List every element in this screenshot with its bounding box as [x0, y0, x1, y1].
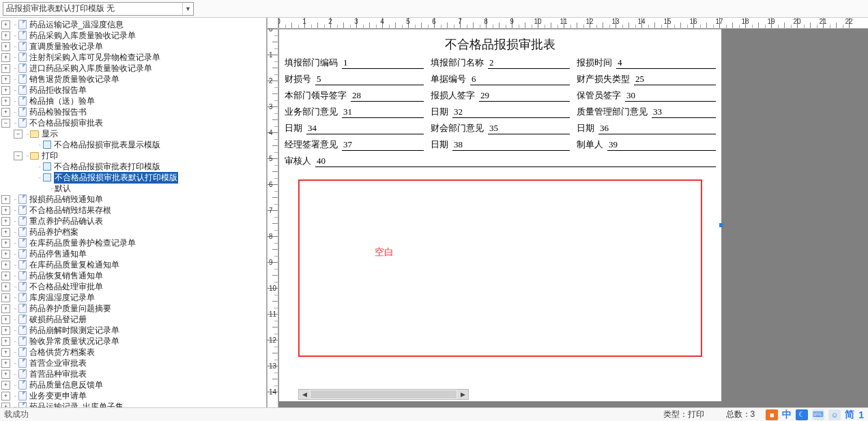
form-field[interactable]: 审核人40: [285, 155, 716, 167]
form-field[interactable]: 日期34: [285, 122, 424, 134]
collapse-icon[interactable]: −: [1, 119, 10, 128]
tree-item[interactable]: ··默认: [0, 183, 266, 194]
expand-icon[interactable]: +: [1, 108, 10, 117]
form-field[interactable]: 财产损失类型25: [577, 73, 716, 85]
expand-icon[interactable]: +: [1, 370, 10, 379]
tree-item[interactable]: +··不合格品销毁结果存根: [0, 205, 266, 216]
keyboard-icon[interactable]: ⌨: [812, 409, 824, 420]
form-field[interactable]: 财损号5: [285, 73, 424, 85]
tree-item[interactable]: +··报损药品销毁通知单: [0, 194, 266, 205]
tree-item[interactable]: +··药品质量信息反馈单: [0, 379, 266, 390]
field-value[interactable]: 40: [315, 156, 716, 167]
scroll-left-icon[interactable]: ◀: [299, 390, 310, 399]
field-value[interactable]: 35: [488, 123, 570, 134]
field-value[interactable]: 4: [616, 57, 716, 69]
field-value[interactable]: 31: [342, 106, 424, 118]
field-value[interactable]: 33: [652, 106, 716, 118]
expand-icon[interactable]: +: [1, 20, 10, 29]
ime-icon[interactable]: ■: [766, 409, 778, 420]
form-field[interactable]: 日期32: [431, 106, 570, 118]
expand-icon[interactable]: +: [1, 64, 10, 73]
tree-item[interactable]: +··首营企业审批表: [0, 358, 266, 368]
tree-item[interactable]: +··注射剂采购入库可见异物检查记录单: [0, 52, 266, 63]
moon-icon[interactable]: ☾: [796, 409, 808, 420]
field-value[interactable]: 5: [315, 74, 424, 85]
tree-item[interactable]: +··直调质量验收记录单: [0, 41, 266, 52]
designer-surface[interactable]: 012345678910111213141516171819202122 012…: [267, 18, 868, 407]
tree-item[interactable]: +··药品运输记录_温湿度信息: [0, 19, 266, 30]
tree-item[interactable]: +··库房温湿度记录单: [0, 292, 266, 303]
form-field[interactable]: 财会部门意见35: [431, 122, 570, 134]
form-field[interactable]: 保管员签字30: [577, 89, 716, 102]
tree-item[interactable]: +··药品养护档案: [0, 227, 266, 237]
field-value[interactable]: 6: [470, 74, 570, 85]
form-field[interactable]: 日期36: [577, 122, 716, 134]
tree-item[interactable]: +··药品恢复销售通知单: [0, 270, 266, 281]
form-field[interactable]: 报损时间4: [577, 57, 716, 69]
field-value[interactable]: 38: [452, 139, 570, 151]
expand-icon[interactable]: +: [1, 86, 10, 95]
expand-icon[interactable]: +: [1, 42, 10, 51]
expand-icon[interactable]: +: [1, 272, 10, 280]
tree-item[interactable]: +··破损药品登记册: [0, 314, 266, 325]
tree-item[interactable]: +··药品养护质量问题摘要: [0, 303, 266, 314]
expand-icon[interactable]: +: [1, 293, 10, 302]
expand-icon[interactable]: +: [1, 97, 10, 106]
expand-icon[interactable]: +: [1, 315, 10, 324]
field-value[interactable]: 25: [634, 74, 716, 85]
expand-icon[interactable]: +: [1, 206, 10, 215]
expand-icon[interactable]: +: [1, 326, 10, 335]
expand-icon[interactable]: +: [1, 217, 10, 226]
tree-item[interactable]: −··显示: [0, 128, 266, 139]
field-value[interactable]: 2: [488, 57, 570, 69]
field-value[interactable]: 34: [306, 123, 424, 134]
expand-icon[interactable]: +: [1, 304, 10, 313]
form-field[interactable]: 本部门领导签字28: [285, 89, 424, 102]
blank-region[interactable]: 空白: [298, 179, 702, 357]
person-icon[interactable]: ☺: [828, 409, 841, 420]
form-field[interactable]: 业务部门意见31: [285, 106, 424, 118]
tree-item[interactable]: ··不合格品报损审批表默认打印模版: [0, 172, 266, 183]
expand-icon[interactable]: +: [1, 31, 10, 40]
tree-item[interactable]: +··药品采购入库质量验收记录单: [0, 30, 266, 41]
form-field[interactable]: 经理签署意见37: [285, 139, 424, 151]
field-value[interactable]: 36: [598, 123, 716, 134]
tree-item[interactable]: +··检品抽（送）验单: [0, 96, 266, 106]
expand-icon[interactable]: +: [1, 359, 10, 368]
form-field[interactable]: 填报部门编码1: [285, 57, 424, 69]
expand-icon[interactable]: +: [1, 195, 10, 204]
form-field[interactable]: 单据编号6: [431, 73, 570, 85]
tree-item[interactable]: +··进口药品采购入库质量验收记录单: [0, 63, 266, 74]
tree-item[interactable]: +··药品停售通知单: [0, 248, 266, 259]
tree-item[interactable]: +··不合格品处理审批单: [0, 281, 266, 292]
tree-item[interactable]: +··首营品种审批表: [0, 368, 266, 379]
tree-item[interactable]: +··药品拒收报告单: [0, 85, 266, 96]
page-hscrollbar[interactable]: ◀ ▶: [298, 389, 469, 400]
field-value[interactable]: 39: [607, 139, 716, 151]
expand-icon[interactable]: +: [1, 392, 10, 401]
expand-icon[interactable]: +: [1, 75, 10, 84]
field-value[interactable]: 29: [479, 90, 570, 102]
field-value[interactable]: 32: [452, 106, 570, 118]
tree-item[interactable]: +··验收异常质量状况记录单: [0, 336, 266, 347]
expand-icon[interactable]: +: [1, 403, 10, 408]
expand-icon[interactable]: +: [1, 337, 10, 346]
tree-item[interactable]: −··不合格品报损审批表: [0, 117, 266, 128]
tree-item[interactable]: −··打印: [0, 150, 266, 161]
tree-item[interactable]: +··在库药品质量养护检查记录单: [0, 237, 266, 248]
form-field[interactable]: 报损人签字29: [431, 89, 570, 102]
expand-icon[interactable]: +: [1, 239, 10, 248]
tree-item[interactable]: ··不合格品报损审批表显示模版: [0, 139, 266, 150]
tree-item[interactable]: +··合格供货方档案表: [0, 347, 266, 358]
form-field[interactable]: 制单人39: [577, 139, 716, 151]
report-page[interactable]: 不合格品报损审批表 填报部门编码1填报部门名称2报损时间4财损号5单据编号6财产…: [278, 29, 722, 402]
tree-item[interactable]: +··药品崩解时限测定记录单: [0, 325, 266, 336]
expand-icon[interactable]: +: [1, 261, 10, 270]
ime-bar[interactable]: ■ 中 ☾ ⌨ ☺ 简 1: [766, 409, 864, 421]
field-value[interactable]: 1: [342, 57, 424, 69]
tree-item[interactable]: +··药品检验报告书: [0, 106, 266, 117]
tree-pane[interactable]: +··药品运输记录_温湿度信息+··药品采购入库质量验收记录单+··直调质量验收…: [0, 18, 267, 407]
expand-icon[interactable]: +: [1, 381, 10, 390]
scroll-right-icon[interactable]: ▶: [457, 390, 468, 399]
tree-item[interactable]: +··在库药品质量复检通知单: [0, 259, 266, 270]
